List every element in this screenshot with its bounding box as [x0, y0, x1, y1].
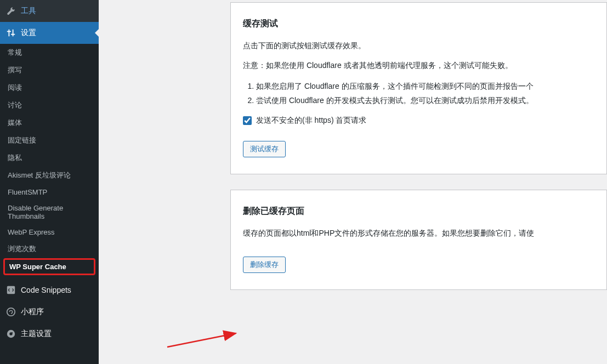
sidebar-sub-discussion[interactable]: 讨论	[0, 96, 99, 114]
sidebar-label: 工具	[21, 6, 36, 16]
delete-cache-section: 删除已缓存页面 缓存的页面都以html和PHP文件的形式存储在您的服务器。如果您…	[230, 190, 607, 290]
list-item: 如果您启用了 Cloudflare 的压缩服务，这个插件可能检测到不同的页面并报…	[256, 79, 594, 94]
sidebar-item-settings[interactable]: 设置	[0, 22, 99, 44]
section-text: 注意：如果您使用 Cloudflare 或者其他透明前端代理服务，这个测试可能失…	[243, 59, 594, 72]
svg-point-1	[7, 308, 15, 316]
insecure-request-checkbox-row[interactable]: 发送不安全的(非 https) 首页请求	[243, 116, 594, 126]
delete-cache-button[interactable]: 删除缓存	[243, 257, 286, 273]
sidebar-sub-reading[interactable]: 阅读	[0, 79, 99, 96]
section-list: 如果您启用了 Cloudflare 的压缩服务，这个插件可能检测到不同的页面并报…	[256, 79, 594, 108]
sidebar-label: 主题设置	[21, 329, 52, 339]
cache-test-section: 缓存测试 点击下面的测试按钮测试缓存效果。 注意：如果您使用 Cloudflar…	[230, 2, 607, 174]
sidebar-sub-views[interactable]: 浏览次数	[0, 240, 99, 258]
link-icon	[5, 306, 16, 317]
admin-sidebar: 工具 设置 常规 撰写 阅读 讨论 媒体 固定链接 隐私 Akismet 反垃圾…	[0, 0, 99, 364]
sidebar-sub-disable-thumbnails[interactable]: Disable Generate Thumbnails	[0, 200, 99, 224]
section-title: 删除已缓存页面	[243, 206, 594, 217]
main-content: 缓存测试 点击下面的测试按钮测试缓存效果。 注意：如果您使用 Cloudflar…	[99, 0, 607, 364]
sidebar-item-theme-settings[interactable]: 主题设置	[0, 323, 99, 345]
code-icon	[5, 285, 16, 295]
sidebar-label: Code Snippets	[21, 286, 71, 294]
test-cache-button[interactable]: 测试缓存	[243, 141, 286, 157]
checkbox-label: 发送不安全的(非 https) 首页请求	[256, 116, 366, 126]
gauge-icon	[5, 328, 16, 339]
sidebar-sub-privacy[interactable]: 隐私	[0, 149, 99, 167]
sidebar-sub-permalinks[interactable]: 固定链接	[0, 132, 99, 149]
section-text: 缓存的页面都以html和PHP文件的形式存储在您的服务器。如果您想要删除它们，请…	[243, 227, 594, 240]
sliders-icon	[5, 27, 16, 38]
list-item: 尝试使用 Cloudflare 的开发模式去执行测试。您可以在测试成功后禁用开发…	[256, 93, 594, 108]
sidebar-item-miniprogram[interactable]: 小程序	[0, 301, 99, 323]
section-text: 点击下面的测试按钮测试缓存效果。	[243, 39, 594, 53]
sidebar-sub-media[interactable]: 媒体	[0, 114, 99, 132]
sidebar-sub-fluentsmtp[interactable]: FluentSMTP	[0, 184, 99, 200]
sidebar-label: 小程序	[21, 307, 44, 317]
insecure-request-checkbox[interactable]	[243, 116, 252, 125]
sidebar-sub-writing[interactable]: 撰写	[0, 61, 99, 79]
section-title: 缓存测试	[243, 18, 594, 30]
sidebar-sub-general[interactable]: 常规	[0, 44, 99, 61]
wrench-icon	[5, 5, 16, 16]
sidebar-sub-webp-express[interactable]: WebP Express	[0, 224, 99, 240]
sidebar-item-tools[interactable]: 工具	[0, 0, 99, 22]
sidebar-item-code-snippets[interactable]: Code Snippets	[0, 279, 99, 301]
sidebar-label: 设置	[21, 28, 36, 38]
sidebar-sub-wp-super-cache[interactable]: WP Super Cache	[3, 258, 95, 275]
sidebar-sub-akismet[interactable]: Akismet 反垃圾评论	[0, 167, 99, 184]
